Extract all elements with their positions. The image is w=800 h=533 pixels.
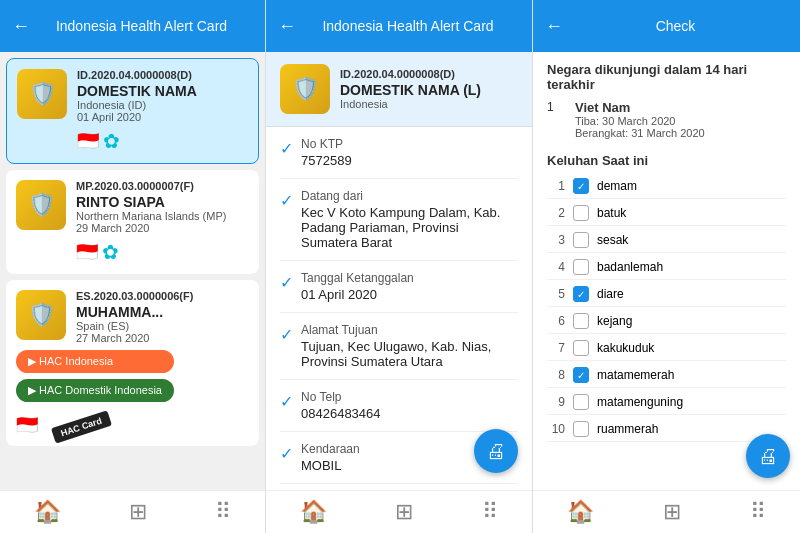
keluhan-item-3: 3 sesak [547,228,786,253]
country-name: Viet Nam [575,100,705,115]
mid-bottom-nav: 🏠 ⊞ ⠿ [266,490,532,533]
mid-content: 🛡️ ID.2020.04.0000008(D) DOMESTIK NAMA (… [266,52,532,490]
keluhan-checkbox-3[interactable] [573,232,589,248]
keluhan-item-6: 6 kejang [547,309,786,334]
keluhan-section-title: Keluhan Saat ini [547,153,786,168]
keluhan-label-8: matamemerah [597,368,786,382]
keluhan-checkbox-7[interactable] [573,340,589,356]
hac-domestik-button[interactable]: ▶ HAC Domestik Indonesia [16,379,174,402]
right-content: Negara dikunjungi dalam 14 hari terakhir… [533,52,800,490]
keluhan-item-7: 7 kakukuduk [547,336,786,361]
keluhan-num: 3 [547,233,565,247]
card-item[interactable]: 🛡️ ES.2020.03.0000006(F) MUHAMMA... Spai… [6,280,259,446]
home-nav-icon[interactable]: 🏠 [300,499,327,525]
field-value: Tujuan, Kec Ulugawo, Kab. Nias, Provinsi… [301,339,518,369]
check-icon: ✓ [280,392,293,411]
field-value: MOBIL [301,458,360,473]
right-panel: ← Check Negara dikunjungi dalam 14 hari … [533,0,800,533]
keluhan-num: 8 [547,368,565,382]
card-info: MP.2020.03.0000007(F) RINTO SIAPA Northe… [76,180,249,264]
keluhan-item-1: 1 ✓ demam [547,174,786,199]
country-num: 1 [547,100,567,139]
card-date: 01 April 2020 [77,111,248,123]
keluhan-label-2: batuk [597,206,786,220]
keluhan-item-8: 8 ✓ matamemerah [547,363,786,388]
print-button[interactable]: 🖨 [474,429,518,473]
keluhan-num: 2 [547,206,565,220]
keluhan-num: 5 [547,287,565,301]
home-nav-icon[interactable]: 🏠 [34,499,61,525]
mid-card-header: 🛡️ ID.2020.04.0000008(D) DOMESTIK NAMA (… [266,52,532,127]
keluhan-label-10: ruammerah [597,422,786,436]
mid-card-name: DOMESTIK NAMA (L) [340,82,481,98]
right-header: ← Check [533,0,800,52]
keluhan-checkbox-5[interactable]: ✓ [573,286,589,302]
check-icon: ✓ [280,191,293,210]
mid-back-button[interactable]: ← [278,16,296,37]
keluhan-label-4: badanlemah [597,260,786,274]
card-item[interactable]: 🛡️ MP.2020.03.0000007(F) RINTO SIAPA Nor… [6,170,259,274]
check-icon: ✓ [280,139,293,158]
card-name: DOMESTIK NAMA [77,83,248,99]
mid-card-id: ID.2020.04.0000008(D) [340,68,481,80]
menu-nav-icon[interactable]: ⠿ [750,499,766,525]
grid-nav-icon[interactable]: ⊞ [663,499,681,525]
card-id: MP.2020.03.0000007(F) [76,180,249,192]
keluhan-label-3: sesak [597,233,786,247]
keluhan-label-9: matamenguning [597,395,786,409]
keluhan-item-2: 2 batuk [547,201,786,226]
card-item[interactable]: 🛡️ ID.2020.04.0000008(D) DOMESTIK NAMA I… [6,58,259,164]
card-flags: 🇮🇩 HAC Card [16,414,111,436]
card-info: ID.2020.04.0000008(D) DOMESTIK NAMA Indo… [77,69,248,153]
shield-icon: 🛡️ [292,76,319,102]
clover-icon: ✿ [102,240,119,264]
keluhan-num: 6 [547,314,565,328]
grid-nav-icon[interactable]: ⊞ [129,499,147,525]
card-country: Northern Mariana Islands (MP) [76,210,249,222]
left-back-button[interactable]: ← [12,16,30,37]
keluhan-label-7: kakukuduk [597,341,786,355]
field-label: Datang dari [301,189,518,203]
keluhan-checkbox-9[interactable] [573,394,589,410]
right-back-button[interactable]: ← [545,16,563,37]
keluhan-checkbox-4[interactable] [573,259,589,275]
hac-card-label: HAC Card [51,410,112,443]
card-id: ID.2020.04.0000008(D) [77,69,248,81]
card-flags: 🇮🇩 ✿ [76,240,249,264]
card-date: 27 March 2020 [76,332,193,344]
keluhan-checkbox-2[interactable] [573,205,589,221]
mid-title: Indonesia Health Alert Card [296,18,520,34]
card-flags: 🇮🇩 ✿ [77,129,248,153]
keluhan-checkbox-8[interactable]: ✓ [573,367,589,383]
mid-card-info: ID.2020.04.0000008(D) DOMESTIK NAMA (L) … [340,68,481,110]
card-list: 🛡️ ID.2020.04.0000008(D) DOMESTIK NAMA I… [0,52,265,490]
flag-icon: 🇮🇩 [77,130,99,152]
keluhan-checkbox-10[interactable] [573,421,589,437]
menu-nav-icon[interactable]: ⠿ [482,499,498,525]
card-date: 29 March 2020 [76,222,249,234]
check-icon: ✓ [280,444,293,463]
left-panel: ← Indonesia Health Alert Card 🛡️ ID.2020… [0,0,266,533]
keluhan-item-9: 9 matamenguning [547,390,786,415]
shield-icon: 🛡️ [28,192,55,218]
check-icon: ✓ [280,325,293,344]
home-nav-icon[interactable]: 🏠 [567,499,594,525]
keluhan-label-1: demam [597,179,786,193]
right-print-button[interactable]: 🖨 [746,434,790,478]
flag-icon: 🇮🇩 [76,241,98,263]
keluhan-checkbox-6[interactable] [573,313,589,329]
grid-nav-icon[interactable]: ⊞ [395,499,413,525]
shield-icon: 🛡️ [28,302,55,328]
field-label: Tanggal Ketanggalan [301,271,414,285]
field-value: Kec V Koto Kampung Dalam, Kab. Padang Pa… [301,205,518,250]
country-detail: Viet Nam Tiba: 30 March 2020 Berangkat: … [575,100,705,139]
hac-indonesia-button[interactable]: ▶ HAC Indonesia [16,350,174,373]
menu-nav-icon[interactable]: ⠿ [215,499,231,525]
keluhan-checkbox-1[interactable]: ✓ [573,178,589,194]
field-telp: ✓ No Telp 08426483464 [280,380,518,432]
keluhan-label-6: kejang [597,314,786,328]
field-alamat: ✓ Alamat Tujuan Tujuan, Kec Ulugawo, Kab… [280,313,518,380]
card-id: ES.2020.03.0000006(F) [76,290,193,302]
field-label: Kendaraan [301,442,360,456]
card-badge: 🛡️ [17,69,67,119]
